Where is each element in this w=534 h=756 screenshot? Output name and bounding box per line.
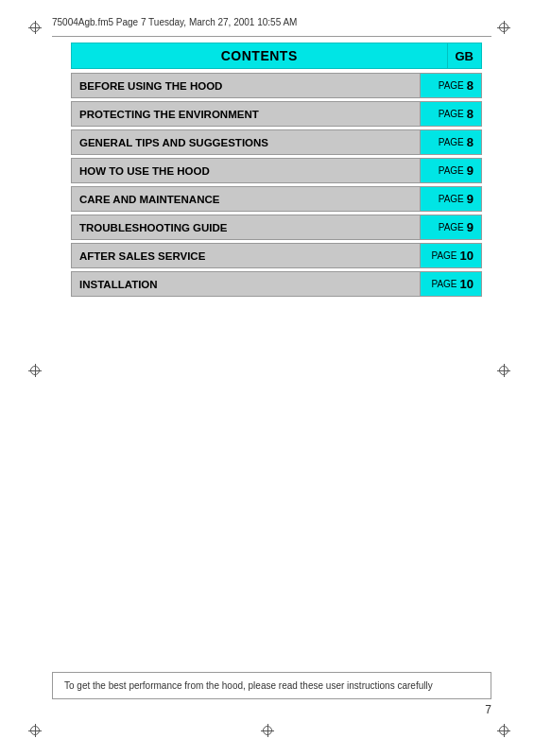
main-content: CONTENTS GB BEFORE USING THE HOOD PAGE 8… <box>71 43 482 300</box>
toc-item: BEFORE USING THE HOOD PAGE 8 <box>71 73 482 98</box>
page-word: PAGE <box>439 137 464 147</box>
toc-item-page: PAGE 9 <box>420 159 481 182</box>
page-num: 8 <box>467 78 474 93</box>
crosshair-bottom-right <box>497 724 510 737</box>
top-divider <box>52 36 491 37</box>
toc-item: INSTALLATION PAGE 10 <box>71 271 482 297</box>
page-word: PAGE <box>431 250 456 261</box>
bottom-note: To get the best performance from the hoo… <box>52 672 491 699</box>
toc-item-label: AFTER SALES SERVICE <box>72 244 420 267</box>
toc-item-label: TROUBLESHOOTING GUIDE <box>72 215 420 239</box>
toc-item: PROTECTING THE ENVIRONMENT PAGE 8 <box>71 101 482 127</box>
toc-item-label: BEFORE USING THE HOOD <box>72 74 420 97</box>
page-word: PAGE <box>439 165 464 176</box>
toc-list: BEFORE USING THE HOOD PAGE 8 PROTECTING … <box>71 73 482 297</box>
page-word: PAGE <box>439 80 464 91</box>
crosshair-top-right <box>497 21 510 34</box>
contents-gb: GB <box>448 43 483 69</box>
crosshair-mid-left <box>28 364 42 377</box>
crosshair-bottom-left <box>28 724 42 737</box>
toc-item-label: PROTECTING THE ENVIRONMENT <box>72 102 420 126</box>
contents-title: CONTENTS <box>71 43 448 69</box>
header-text: 75004Agb.fm5 Page 7 Tuesday, March 27, 2… <box>52 17 297 27</box>
toc-item: AFTER SALES SERVICE PAGE 10 <box>71 243 482 268</box>
page-word: PAGE <box>439 109 464 119</box>
toc-item-page: PAGE 8 <box>420 74 481 97</box>
page-num: 9 <box>467 192 474 206</box>
toc-item-page: PAGE 10 <box>420 244 481 267</box>
page-num: 9 <box>467 163 474 178</box>
page-word: PAGE <box>439 194 464 204</box>
header-bar: 75004Agb.fm5 Page 7 Tuesday, March 27, 2… <box>52 17 506 27</box>
page-num: 8 <box>467 107 474 121</box>
toc-item-page: PAGE 9 <box>420 187 481 211</box>
toc-item-page: PAGE 8 <box>420 130 481 154</box>
page-num: 9 <box>467 220 474 234</box>
page-word: PAGE <box>439 222 464 232</box>
toc-item: GENERAL TIPS AND SUGGESTIONS PAGE 8 <box>71 129 482 155</box>
toc-item-page: PAGE 9 <box>420 215 481 239</box>
page-number: 7 <box>485 703 491 716</box>
toc-item-page: PAGE 10 <box>420 272 481 296</box>
toc-item: HOW TO USE THE HOOD PAGE 9 <box>71 158 482 183</box>
page-word: PAGE <box>431 279 456 289</box>
page-num: 10 <box>460 249 474 263</box>
page-num: 8 <box>467 135 474 149</box>
toc-item-label: CARE AND MAINTENANCE <box>72 187 420 211</box>
toc-item-label: GENERAL TIPS AND SUGGESTIONS <box>72 130 420 154</box>
page-container: 75004Agb.fm5 Page 7 Tuesday, March 27, 2… <box>0 0 534 756</box>
crosshair-mid-right <box>497 364 510 377</box>
toc-item-page: PAGE 8 <box>420 102 481 126</box>
page-num: 10 <box>460 277 474 291</box>
crosshair-top-left <box>28 21 42 34</box>
toc-item: TROUBLESHOOTING GUIDE PAGE 9 <box>71 215 482 240</box>
toc-item: CARE AND MAINTENANCE PAGE 9 <box>71 186 482 212</box>
crosshair-bottom-center <box>261 724 274 737</box>
toc-item-label: HOW TO USE THE HOOD <box>72 159 420 182</box>
contents-header: CONTENTS GB <box>71 43 482 69</box>
toc-item-label: INSTALLATION <box>72 272 420 296</box>
